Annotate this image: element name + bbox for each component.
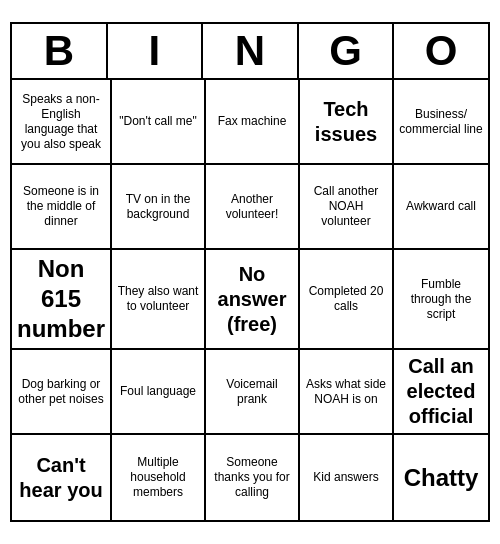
bingo-cell[interactable]: TV on in the background — [112, 165, 206, 250]
bingo-cell[interactable]: Business/ commercial line — [394, 80, 488, 165]
bingo-cell[interactable]: Dog barking or other pet noises — [12, 350, 112, 435]
bingo-cell[interactable]: Foul language — [112, 350, 206, 435]
bingo-cell[interactable]: Kid answers — [300, 435, 394, 520]
bingo-cell[interactable]: Speaks a non-English language that you a… — [12, 80, 112, 165]
bingo-cell[interactable]: Someone thanks you for calling — [206, 435, 300, 520]
header-letter: B — [12, 24, 108, 78]
bingo-cell[interactable]: Non 615 number — [12, 250, 112, 350]
bingo-cell[interactable]: "Don't call me" — [112, 80, 206, 165]
bingo-header: BINGO — [12, 24, 488, 80]
bingo-cell[interactable]: No answer (free) — [206, 250, 300, 350]
bingo-cell[interactable]: Awkward call — [394, 165, 488, 250]
bingo-cell[interactable]: They also want to volunteer — [112, 250, 206, 350]
bingo-cell[interactable]: Call another NOAH volunteer — [300, 165, 394, 250]
bingo-cell[interactable]: Chatty — [394, 435, 488, 520]
bingo-cell[interactable]: Someone is in the middle of dinner — [12, 165, 112, 250]
bingo-grid: Speaks a non-English language that you a… — [12, 80, 488, 520]
bingo-card: BINGO Speaks a non-English language that… — [10, 22, 490, 522]
header-letter: N — [203, 24, 299, 78]
bingo-cell[interactable]: Fumble through the script — [394, 250, 488, 350]
bingo-cell[interactable]: Asks what side NOAH is on — [300, 350, 394, 435]
bingo-cell[interactable]: Completed 20 calls — [300, 250, 394, 350]
bingo-cell[interactable]: Multiple household members — [112, 435, 206, 520]
header-letter: G — [299, 24, 395, 78]
bingo-cell[interactable]: Fax machine — [206, 80, 300, 165]
bingo-cell[interactable]: Tech issues — [300, 80, 394, 165]
bingo-cell[interactable]: Another volunteer! — [206, 165, 300, 250]
header-letter: O — [394, 24, 488, 78]
header-letter: I — [108, 24, 204, 78]
bingo-cell[interactable]: Can't hear you — [12, 435, 112, 520]
bingo-cell[interactable]: Call an elected official — [394, 350, 488, 435]
bingo-cell[interactable]: Voicemail prank — [206, 350, 300, 435]
